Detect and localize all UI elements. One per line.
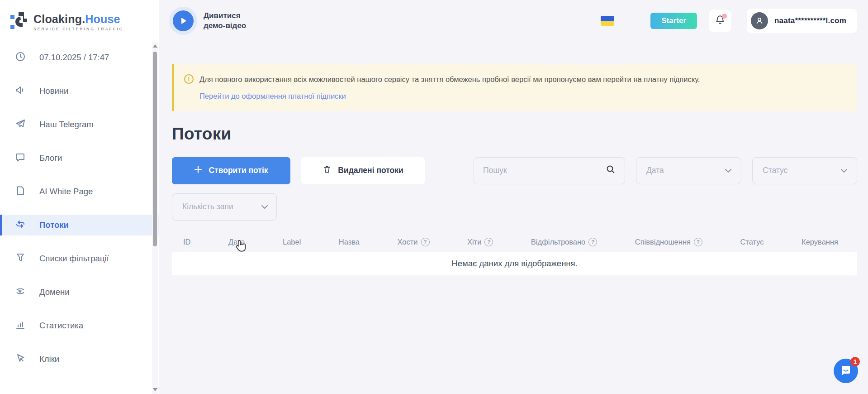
- topbar: Дивитися демо-відео Starter: [159, 0, 868, 42]
- telegram-icon: [15, 118, 26, 131]
- help-icon[interactable]: ?: [421, 238, 430, 246]
- column-header-label: Label: [283, 238, 301, 246]
- content: ! Для повного використання всіх можливос…: [159, 64, 868, 275]
- per-page-select[interactable]: Кількість запи: [172, 193, 277, 221]
- search-icon[interactable]: [606, 164, 616, 177]
- brand-name: Cloaking.House: [33, 13, 123, 26]
- banner-text: Для повного використання всіх можливосте…: [199, 74, 700, 85]
- column-header-status: Статус: [740, 238, 764, 246]
- sidebar-nav: 07.10.2025 / 17:47 Новини Наш Telegram Б…: [0, 33, 159, 370]
- status-filter-select[interactable]: Статус: [752, 157, 857, 184]
- sidebar-item-label: Домени: [39, 287, 70, 297]
- sidebar-scrollbar[interactable]: [152, 42, 158, 394]
- brand-primary: Cloaking.: [33, 13, 85, 25]
- trash-icon: [323, 165, 332, 176]
- streams-icon: [15, 219, 26, 232]
- create-stream-button[interactable]: Створити потік: [172, 157, 290, 184]
- main-area: Дивитися демо-відео Starter: [159, 0, 868, 394]
- avatar: [751, 12, 768, 29]
- column-header-ratio: Співвідношення?: [635, 238, 702, 246]
- search-field: [474, 157, 625, 184]
- demo-video-label: Дивитися демо-відео: [204, 11, 246, 31]
- column-header-hosts: Хости?: [397, 238, 429, 246]
- column-header-name: Назва: [339, 238, 360, 246]
- app-root: Cloaking.House SERVICE FILTERING TRAFFIC…: [0, 0, 868, 394]
- trial-banner: ! Для повного використання всіх можливос…: [172, 64, 857, 111]
- warning-icon: !: [184, 74, 194, 84]
- plan-badge[interactable]: Starter: [650, 13, 697, 29]
- deleted-streams-button[interactable]: Видалені потоки: [301, 157, 425, 184]
- chat-bubble-icon: [15, 152, 26, 165]
- chevron-down-icon: [261, 202, 268, 211]
- logo-icon: [10, 11, 29, 33]
- scrollbar-up-arrow-icon[interactable]: [153, 44, 157, 48]
- sidebar-item-label: Блоги: [39, 153, 62, 163]
- megaphone-icon: [15, 85, 26, 98]
- account-email: naata**********l.com: [774, 16, 846, 25]
- sidebar-item-label: AI White Page: [39, 187, 93, 197]
- sidebar-item-label: Новини: [39, 86, 68, 96]
- sidebar-item-label: Статистика: [39, 321, 83, 331]
- scrollbar-down-arrow-icon[interactable]: [153, 388, 157, 391]
- funnel-icon: [15, 252, 26, 265]
- brand-accent: House: [85, 13, 120, 25]
- controls-row: Створити потік Видалені потоки Дата: [172, 157, 857, 184]
- sidebar-item-statistics[interactable]: Статистика: [0, 315, 159, 336]
- sidebar-item-label: Потоки: [39, 220, 69, 230]
- page-title: Потоки: [172, 125, 857, 144]
- account-menu[interactable]: naata**********l.com: [747, 9, 857, 33]
- sidebar-item-streams[interactable]: Потоки: [0, 215, 159, 235]
- sidebar-item-label: Наш Telegram: [39, 120, 94, 130]
- cursor-icon: [15, 353, 26, 366]
- help-icon[interactable]: ?: [694, 238, 702, 246]
- sidebar-item-telegram[interactable]: Наш Telegram: [0, 114, 159, 135]
- scrollbar-thumb[interactable]: [153, 52, 157, 246]
- upgrade-link[interactable]: Перейти до оформлення платної підписки: [199, 91, 346, 102]
- sidebar-item-blogs[interactable]: Блоги: [0, 148, 159, 168]
- chevron-down-icon: [840, 166, 848, 175]
- brand-tagline: SERVICE FILTERING TRAFFIC: [33, 27, 123, 31]
- chat-widget-button[interactable]: 1: [834, 359, 858, 383]
- column-header-manage: Керування: [802, 238, 838, 246]
- sidebar-item-domains[interactable]: Домени: [0, 282, 159, 303]
- chat-widget-icon: [840, 364, 852, 378]
- date-filter-select[interactable]: Дата: [636, 157, 741, 184]
- sidebar-item-label: Списки фільтрації: [39, 254, 109, 264]
- sidebar-item-label: Кліки: [39, 354, 59, 364]
- chat-unread-badge: 1: [850, 357, 860, 366]
- sidebar-item-filter-lists[interactable]: Списки фільтрації: [0, 248, 159, 269]
- sidebar: Cloaking.House SERVICE FILTERING TRAFFIC…: [0, 0, 159, 394]
- sidebar-item-news[interactable]: Новини: [0, 81, 159, 101]
- column-header-id: ID: [183, 238, 191, 246]
- controls-row-2: Кількість запи: [172, 193, 857, 221]
- help-icon[interactable]: ?: [484, 238, 493, 246]
- sidebar-item-ai-white-page[interactable]: AI White Page: [0, 181, 159, 202]
- plus-icon: [194, 165, 202, 176]
- sidebar-datetime-label: 07.10.2025 / 17:47: [39, 53, 109, 62]
- clock-icon: [15, 51, 26, 64]
- domain-icon: [15, 286, 26, 299]
- bar-chart-icon: [15, 319, 26, 332]
- logo[interactable]: Cloaking.House SERVICE FILTERING TRAFFIC: [0, 0, 159, 33]
- play-icon[interactable]: [173, 10, 194, 31]
- notifications-button[interactable]: [709, 10, 731, 32]
- page-icon: [15, 185, 26, 198]
- help-icon[interactable]: ?: [588, 238, 597, 246]
- search-input[interactable]: [483, 166, 606, 175]
- sidebar-datetime: 07.10.2025 / 17:47: [0, 47, 159, 68]
- notification-dot: [722, 14, 727, 19]
- sidebar-item-clicks[interactable]: Кліки: [0, 349, 159, 370]
- language-flag-icon[interactable]: [601, 16, 614, 26]
- table-header-row: ID Дата Label Назва Хости? Хіти? Відфіль…: [172, 238, 857, 246]
- table-empty-state: Немає даних для відображення.: [172, 252, 857, 275]
- column-header-filtered: Відфільтровано?: [531, 238, 597, 246]
- topbar-right: Starter naata**********l.com: [601, 9, 857, 33]
- demo-video-button[interactable]: Дивитися демо-відео: [173, 10, 246, 31]
- column-header-hits: Хіти?: [467, 238, 493, 246]
- column-header-date: Дата: [228, 238, 245, 246]
- chevron-down-icon: [725, 166, 732, 175]
